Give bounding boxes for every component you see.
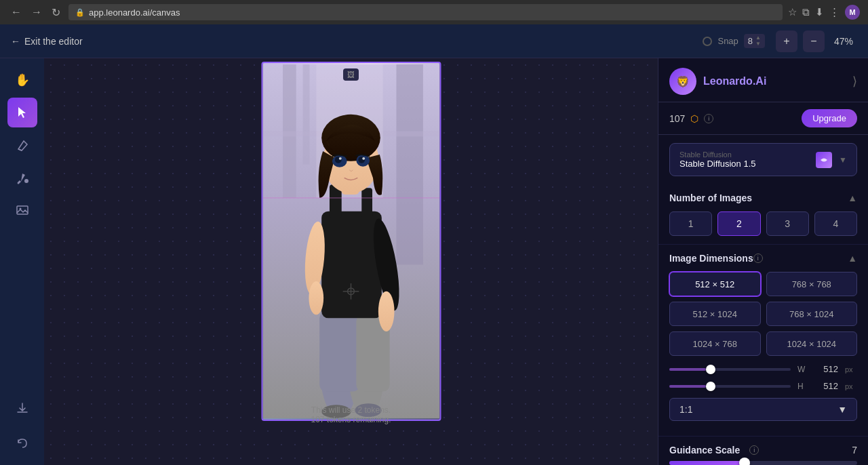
ratio-select[interactable]: 1:1 ▼ (669, 398, 857, 421)
dim-1024x768-button[interactable]: 1024 × 768 (669, 331, 761, 356)
undo-icon (16, 437, 29, 450)
exit-editor-button[interactable]: ← Exit the editor (11, 36, 83, 47)
image-tool-button[interactable] (7, 195, 37, 225)
brand-avatar: 🦁 (669, 68, 696, 95)
zoom-level: 47% (830, 36, 857, 47)
guidance-header-row: Guidance Scale i 7 (669, 445, 857, 456)
canvas-area[interactable]: 🖼 This will use 2 tokens. 107 tokens rem… (44, 58, 658, 465)
download-tool-button[interactable] (7, 393, 37, 423)
canvas-image[interactable]: 🖼 (261, 62, 441, 421)
brand-name: Leonardo.Ai (703, 75, 766, 87)
svg-marker-0 (18, 107, 26, 118)
section-collapse-icon[interactable]: ▲ (848, 193, 857, 203)
extensions-icon[interactable]: ⧉ (802, 6, 810, 18)
star-icon[interactable]: ☆ (788, 6, 797, 18)
guidance-slider-track[interactable] (669, 461, 857, 465)
menu-icon[interactable]: ⋮ (829, 6, 840, 18)
snap-toggle[interactable] (703, 37, 712, 46)
snap-control: Snap 8 ▲ ▼ (703, 34, 765, 48)
height-slider-track[interactable] (669, 385, 791, 388)
width-slider-row: W 512 px (669, 364, 857, 374)
guidance-title: Guidance Scale (669, 445, 740, 456)
width-slider-thumb[interactable] (706, 365, 715, 374)
dimension-grid: 512 × 512 768 × 768 512 × 1024 768 × 102… (669, 272, 857, 356)
snap-arrows: ▲ ▼ (755, 35, 761, 47)
upgrade-button[interactable]: Upgrade (802, 109, 857, 127)
svg-rect-18 (361, 188, 372, 218)
snap-down-arrow[interactable]: ▼ (755, 41, 761, 47)
panel-collapse-button[interactable]: ⟩ (852, 74, 857, 89)
left-sidebar: ✋ (0, 58, 44, 465)
svg-point-20 (378, 291, 394, 331)
undo-tool-button[interactable] (7, 428, 37, 458)
width-slider-fill (669, 368, 706, 371)
download-icon[interactable]: ⬇ (815, 6, 824, 18)
url-text: app.leonardo.ai/canvas (89, 7, 180, 18)
profile-initial: M (849, 8, 855, 16)
model-section-label: Stable Diffusion (679, 150, 809, 159)
dim-768x768-button[interactable]: 768 × 768 (766, 272, 858, 296)
browser-actions: ☆ ⧉ ⬇ ⋮ M (788, 5, 860, 20)
editor-topbar: ← Exit the editor Snap 8 ▲ ▼ + − 47% (0, 24, 868, 58)
count-2-button[interactable]: 2 (717, 211, 760, 236)
profile-avatar[interactable]: M (845, 5, 860, 20)
snap-number: 8 (748, 36, 753, 46)
count-3-button[interactable]: 3 (766, 211, 809, 236)
guidance-scale-section: Guidance Scale i 7 (658, 437, 868, 465)
width-value: 512 (818, 364, 838, 374)
address-bar[interactable]: 🔒 app.leonardo.ai/canvas (68, 4, 783, 20)
dimensions-title: Image Dimensions (669, 253, 753, 264)
app-body: ✋ (0, 58, 868, 465)
avatar-icon: 🦁 (676, 75, 690, 88)
number-of-images-section: Number of Images ▲ 1 2 3 4 (658, 184, 868, 245)
model-dropdown-icon[interactable]: ▼ (839, 155, 847, 165)
dim-1024x1024-button[interactable]: 1024 × 1024 (766, 331, 858, 356)
height-label: H (797, 382, 811, 391)
exit-label: Exit the editor (24, 36, 83, 47)
model-info: Stable Diffusion Stable Diffusion 1.5 (679, 150, 809, 169)
right-panel: 🦁 Leonardo.Ai ⟩ 107 ⬡ i Upgrade Stable D… (658, 58, 868, 465)
select-tool-button[interactable] (7, 98, 37, 127)
refresh-btn[interactable]: ↻ (49, 5, 63, 20)
dim-768x1024-button[interactable]: 768 × 1024 (766, 302, 858, 326)
fill-tool-button[interactable] (7, 163, 37, 193)
back-btn[interactable]: ← (8, 5, 24, 20)
dim-512x1024-button[interactable]: 512 × 1024 (669, 302, 761, 326)
snap-value: 8 ▲ ▼ (744, 34, 765, 48)
zoom-in-button[interactable]: + (776, 31, 797, 52)
panel-header: 🦁 Leonardo.Ai ⟩ (658, 58, 868, 102)
fill-icon (16, 171, 29, 184)
token-row: 107 ⬡ i Upgrade (658, 102, 868, 135)
dim-512x512-button[interactable]: 512 × 512 (669, 272, 761, 296)
token-info-icon[interactable]: i (704, 114, 713, 123)
eraser-tool-button[interactable] (7, 130, 37, 160)
width-unit: px (845, 365, 857, 373)
guidance-slider-thumb[interactable] (739, 458, 750, 465)
svg-rect-7 (396, 64, 422, 264)
image-icon (16, 203, 29, 217)
token-info-line1: This will use 2 tokens. (311, 405, 391, 415)
forward-btn[interactable]: → (28, 5, 45, 20)
count-4-button[interactable]: 4 (814, 211, 857, 236)
zoom-out-button[interactable]: − (803, 31, 825, 52)
guidance-info-icon[interactable]: i (749, 445, 759, 455)
model-selector[interactable]: Stable Diffusion Stable Diffusion 1.5 ▼ (669, 143, 857, 176)
dimensions-collapse-icon[interactable]: ▲ (848, 253, 857, 264)
count-1-button[interactable]: 1 (669, 211, 712, 236)
height-slider-row: H 512 px (669, 381, 857, 391)
snap-up-arrow[interactable]: ▲ (755, 35, 761, 41)
svg-point-30 (338, 157, 341, 160)
model-icon (816, 152, 832, 168)
browser-chrome: ← → ↻ 🔒 app.leonardo.ai/canvas ☆ ⧉ ⬇ ⋮ M (0, 0, 868, 24)
section-header: Number of Images ▲ (669, 193, 857, 203)
hand-tool-button[interactable]: ✋ (7, 65, 37, 95)
height-slider-thumb[interactable] (706, 382, 715, 391)
lock-icon: 🔒 (75, 8, 85, 17)
zoom-controls: + − 47% (776, 31, 857, 52)
svg-rect-16 (321, 211, 382, 319)
download-icon (16, 401, 29, 415)
dimensions-info-icon[interactable]: i (753, 254, 763, 263)
back-arrow-icon: ← (11, 36, 20, 47)
width-label: W (797, 365, 811, 374)
width-slider-track[interactable] (669, 368, 791, 371)
